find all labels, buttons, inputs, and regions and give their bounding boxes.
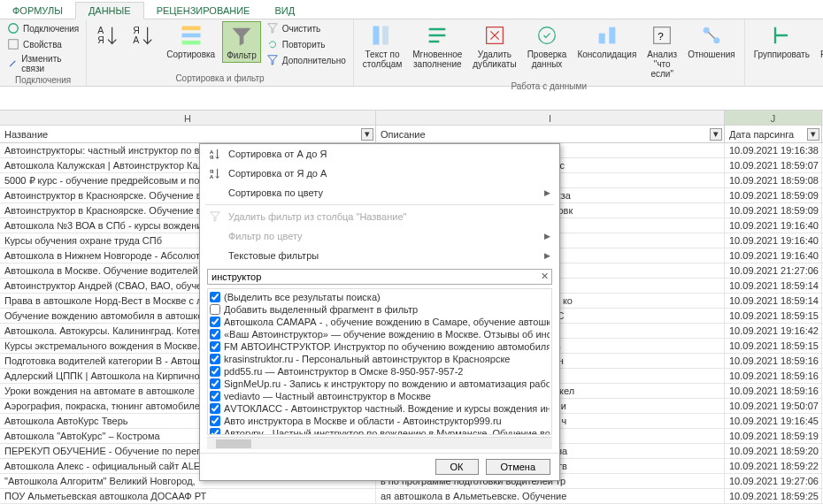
group-label-datatools: Работа с данными bbox=[359, 80, 739, 92]
cell-date: 10.09.2021 18:59:15 bbox=[725, 309, 822, 323]
filter-value-chk[interactable] bbox=[210, 366, 220, 377]
autofilter-panel: АЯСортировка от А до Я ЯАСортировка от Я… bbox=[199, 143, 560, 481]
sort-za-btn[interactable]: ЯА bbox=[127, 21, 159, 50]
datatool-3[interactable]: Проверкаданных bbox=[524, 21, 571, 71]
cell-desc: ая автошкола в Альметьевске. Обучение bbox=[376, 489, 725, 503]
sort-az-btn[interactable]: АЯ bbox=[92, 21, 124, 50]
cell-date: 10.09.2021 18:59:09 bbox=[725, 203, 822, 218]
filter-value-label: АVТОКЛАСС - Автоинструктор частный. Вожд… bbox=[224, 403, 550, 414]
filter-dropdown-H[interactable]: ▾ bbox=[361, 128, 373, 141]
sort-by-color[interactable]: Сортировка по цвету▶ bbox=[200, 183, 559, 202]
filter-value-chk[interactable] bbox=[210, 391, 220, 401]
svg-rect-1 bbox=[9, 40, 19, 50]
filter-value-chk[interactable] bbox=[210, 403, 220, 414]
col-header-J[interactable]: J bbox=[725, 111, 822, 125]
ribbon-tabs: ФОРМУЛЫ ДАННЫЕ РЕЦЕНЗИРОВАНИЕ ВИД bbox=[0, 0, 823, 19]
group-label-sortfilter: Сортировка и фильтр bbox=[92, 73, 347, 84]
datatool-5[interactable]: ?Анализ "чтоесли" bbox=[643, 21, 681, 80]
text-filters[interactable]: Текстовые фильтры▶ bbox=[200, 246, 559, 265]
filter-value-label: «Ваш Автоинструктор» — обучение вождению… bbox=[224, 329, 550, 340]
header-name: Название bbox=[4, 129, 48, 140]
filter-values-list[interactable]: (Выделить все результаты поиска) Добавит… bbox=[207, 288, 552, 435]
cell-date: 10.09.2021 18:59:25 bbox=[725, 489, 822, 503]
cell-date: 10.09.2021 18:59:20 bbox=[725, 444, 822, 458]
cancel-button[interactable]: Отмена bbox=[486, 459, 550, 475]
table-header-row: Название▾ Описание▾ Дата парсинга▾ bbox=[0, 126, 823, 143]
col-header-I[interactable]: I bbox=[376, 111, 725, 125]
properties-btn[interactable]: Свойства bbox=[5, 37, 81, 51]
filter-value-label: pdd55.ru — Автоинструктор в Омске 8-950-… bbox=[224, 366, 463, 377]
filter-search-input[interactable] bbox=[207, 269, 552, 285]
datatool-2[interactable]: Удалитьдубликаты bbox=[469, 21, 519, 71]
filter-dropdown-J[interactable]: ▾ bbox=[807, 128, 819, 141]
filter-btn[interactable]: Фильтр bbox=[222, 21, 261, 63]
col-header-H[interactable]: H bbox=[0, 111, 376, 125]
filter-value-label: Авто инструктора в Москве и области - Ав… bbox=[224, 416, 502, 426]
cell-date: 10.09.2021 18:59:19 bbox=[725, 429, 822, 443]
clear-filter-btn[interactable]: Очистить bbox=[265, 21, 348, 35]
svg-rect-10 bbox=[382, 27, 388, 45]
cell-date: 10.09.2021 18:59:14 bbox=[725, 279, 822, 293]
svg-text:А: А bbox=[134, 34, 140, 45]
cell-date: 10.09.2021 19:27:06 bbox=[725, 474, 822, 488]
ok-button[interactable]: ОК bbox=[435, 459, 479, 475]
svg-rect-13 bbox=[599, 34, 605, 44]
edit-links-btn[interactable]: Изменить связи bbox=[5, 53, 81, 74]
sort-asc[interactable]: АЯСортировка от А до Я bbox=[200, 144, 559, 164]
filter-value-chk[interactable] bbox=[210, 416, 220, 426]
tab-data[interactable]: ДАННЫЕ bbox=[75, 2, 144, 19]
cell-date: 10.09.2021 19:50:07 bbox=[725, 399, 822, 413]
sort-desc[interactable]: ЯАСортировка от Я до А bbox=[200, 164, 559, 183]
cell-date: 10.09.2021 19:16:42 bbox=[725, 324, 822, 338]
chk-select-all[interactable] bbox=[210, 292, 220, 302]
advanced-filter-btn[interactable]: Дополнительно bbox=[265, 53, 348, 67]
clear-search-icon[interactable]: ✕ bbox=[541, 271, 549, 282]
structure-1[interactable]: Разгруппировать bbox=[817, 21, 823, 61]
ribbon: Подключения Свойства Изменить связи Подк… bbox=[0, 19, 823, 87]
filter-value-chk[interactable] bbox=[210, 428, 220, 435]
svg-rect-9 bbox=[373, 27, 380, 45]
tab-view[interactable]: ВИД bbox=[262, 3, 307, 19]
svg-text:А: А bbox=[210, 173, 214, 179]
structure-0[interactable]: Группировать bbox=[750, 21, 813, 61]
filter-dropdown-I[interactable]: ▾ bbox=[710, 128, 722, 141]
reapply-filter-btn[interactable]: Повторить bbox=[265, 37, 348, 51]
header-date: Дата парсинга bbox=[729, 129, 794, 140]
sort-btn[interactable]: Сортировка bbox=[163, 21, 219, 61]
filter-value-label: SignMeUp.ru - Запись к инструктору по во… bbox=[224, 378, 550, 389]
tab-review[interactable]: РЕЦЕНЗИРОВАНИЕ bbox=[144, 3, 263, 19]
datatool-4[interactable]: Консолидация bbox=[573, 21, 640, 61]
group-label-structure: Структура bbox=[750, 73, 823, 84]
connections-btn[interactable]: Подключения bbox=[5, 21, 81, 35]
svg-text:А: А bbox=[98, 25, 104, 35]
chk-add-current[interactable] bbox=[210, 304, 220, 315]
filter-by-color: Фильтр по цвету▶ bbox=[200, 226, 559, 246]
svg-rect-7 bbox=[181, 34, 200, 38]
filter-value-chk[interactable] bbox=[210, 329, 220, 340]
cell-date: 10.09.2021 21:27:06 bbox=[725, 263, 822, 278]
cell-name: ПОУ Альметьевская автошкола ДОСААФ РТ bbox=[0, 489, 376, 503]
filter-value-label: FM АВТОИНСТРУКТОР. Инструктор по обучени… bbox=[224, 341, 550, 352]
cell-date: 10.09.2021 18:59:14 bbox=[725, 294, 822, 308]
filter-value-chk[interactable] bbox=[210, 341, 220, 352]
filter-value-chk[interactable] bbox=[210, 317, 220, 327]
svg-rect-14 bbox=[609, 27, 615, 44]
cell-date: 10.09.2021 19:16:38 bbox=[725, 143, 822, 157]
column-headers: H I J bbox=[0, 110, 823, 126]
datatool-1[interactable]: Мгновенноезаполнение bbox=[409, 21, 465, 71]
cell-date: 10.09.2021 18:59:09 bbox=[725, 188, 822, 202]
filter-value-label: krasinstruktor.ru - Персональный автоинс… bbox=[224, 354, 510, 364]
svg-text:Я: Я bbox=[134, 25, 141, 35]
filter-hscroll[interactable] bbox=[207, 437, 552, 449]
tab-formulas[interactable]: ФОРМУЛЫ bbox=[0, 3, 75, 19]
svg-text:?: ? bbox=[658, 30, 665, 42]
table-row[interactable]: ПОУ Альметьевская автошкола ДОСААФ РТая … bbox=[0, 489, 823, 504]
svg-text:Я: Я bbox=[210, 154, 213, 160]
cell-date: 10.09.2021 19:16:40 bbox=[725, 233, 822, 248]
datatool-6[interactable]: Отношения bbox=[684, 21, 739, 61]
filter-value-chk[interactable] bbox=[210, 354, 220, 364]
datatool-0[interactable]: Текст постолбцам bbox=[359, 21, 406, 71]
cell-date: 10.09.2021 18:59:08 bbox=[725, 173, 822, 187]
filter-value-chk[interactable] bbox=[210, 378, 220, 389]
cell-date: 10.09.2021 19:16:40 bbox=[725, 218, 822, 233]
